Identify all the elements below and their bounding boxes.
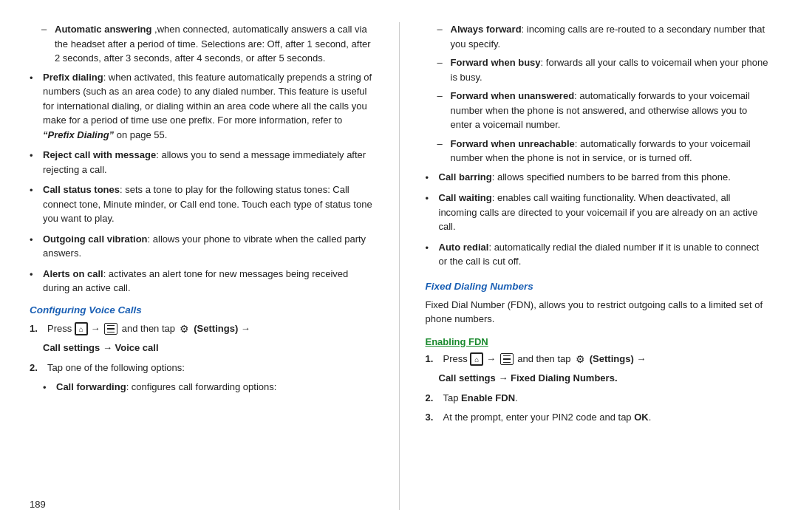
dash-forward-busy: – Forward when busy: forwards all your c… [426, 55, 769, 84]
bullet-call-waiting: • Call waiting: enables call waiting fun… [426, 191, 769, 234]
fdn-step-1-settings-label: (Settings) [590, 353, 634, 364]
left-step-1: 1. Press ⌂ → and then tap ⚙ (Settings) → [30, 321, 373, 336]
step-1-text2: and then tap [122, 323, 178, 334]
forward-busy-text: Forward when busy: forwards all your cal… [451, 55, 769, 84]
dash-sym-fu: – [437, 89, 448, 103]
always-forward-bold: Always forward [451, 24, 522, 35]
auto-redial-bold: Auto redial [439, 242, 489, 253]
call-forwarding-body: : configures call forwarding options: [126, 381, 277, 392]
bullet-dot-2: • [30, 149, 40, 163]
fdn-step-2-bold: Enable FDN [461, 392, 515, 403]
call-waiting-bold: Call waiting [439, 192, 492, 203]
call-status-tones-text: Call status tones: sets a tone to play f… [43, 183, 373, 226]
prefix-dialing-link: “Prefix Dialing” [43, 129, 114, 140]
prefix-dialing-link-suffix: on page 55. [114, 129, 167, 140]
home-icon: ⌂ [75, 322, 88, 335]
fdn-step-1-num: 1. [426, 352, 440, 366]
forward-unreachable-text: Forward when unreachable: automatically … [451, 137, 769, 166]
bullet-dot-cf: • [43, 381, 53, 395]
call-barring-body: : allows specified numbers to be barred … [492, 171, 731, 183]
right-column: – Always forward: incoming calls are re-… [426, 22, 769, 510]
reject-call-bold: Reject call with message [43, 149, 156, 160]
column-divider [399, 22, 400, 510]
outgoing-vibration-bold: Outgoing call vibration [43, 233, 148, 245]
fdn-step-2: 2. Tap Enable FDN. [426, 391, 769, 406]
forward-unanswered-text: Forward when unanswered: automatically f… [451, 89, 769, 132]
bullet-dot-5: • [30, 267, 40, 282]
always-forward-text: Always forward: incoming calls are re-ro… [451, 22, 769, 51]
fdn-step-2-content: Tap Enable FDN. [443, 391, 769, 406]
fdn-step-2-num: 2. [426, 391, 440, 406]
left-step-2: 2. Tap one of the following options: [30, 361, 373, 375]
step-2-content: Tap one of the following options: [47, 361, 373, 375]
bullet-call-status-tones: • Call status tones: sets a tone to play… [30, 183, 373, 226]
auto-answer-bold: Automatic answering [55, 24, 151, 35]
outgoing-vibration-text: Outgoing call vibration: allows your pho… [43, 232, 373, 261]
bullet-dot-ar: • [426, 241, 436, 256]
bullet-prefix-dialing: • Prefix dialing: when activated, this f… [30, 70, 373, 143]
configuring-voice-calls-heading: Configuring Voice Calls [30, 304, 373, 316]
fdn-menu-icon [500, 353, 514, 365]
bullet-reject-call: • Reject call with message: allows you t… [30, 148, 373, 177]
dash-forward-unreachable: – Forward when unreachable: automaticall… [426, 137, 769, 166]
enabling-fdn-heading: Enabling FDN [426, 336, 769, 347]
auto-redial-text: Auto redial: automatically redial the di… [439, 240, 769, 269]
fdn-settings-icon: ⚙ [573, 352, 587, 366]
step-1-num: 1. [30, 321, 44, 336]
step-1-content: Press ⌂ → and then tap ⚙ (Settings) → [47, 321, 373, 336]
dash-auto-answer: – Automatic answering ,when connected, a… [30, 22, 373, 66]
step-1-arrow1: → [90, 323, 103, 334]
call-barring-text: Call barring: allows specified numbers t… [439, 170, 769, 185]
step-1-indent-text: Call settings → Voice call [43, 342, 159, 353]
page: – Automatic answering ,when connected, a… [0, 0, 798, 532]
fdn-step-1-press: Press [443, 353, 468, 364]
fdn-step-1-arrow3: → [636, 353, 646, 364]
auto-answer-text: Automatic answering ,when connected, aut… [55, 22, 373, 66]
fixed-dialing-numbers-heading: Fixed Dialing Numbers [426, 281, 769, 292]
fdn-step-1-content: Press ⌂ → and then tap ⚙ (Settings) → [443, 352, 769, 366]
bullet-auto-redial: • Auto redial: automatically redial the … [426, 240, 769, 269]
dash-forward-unanswered: – Forward when unanswered: automatically… [426, 89, 769, 132]
dash-sym-fur: – [437, 137, 448, 151]
dash-symbol: – [41, 22, 52, 37]
step-2-num: 2. [30, 361, 44, 375]
call-waiting-text: Call waiting: enables call waiting funct… [439, 191, 769, 234]
fdn-step-3-content: At the prompt, enter your PIN2 code and … [443, 410, 769, 425]
settings-icon: ⚙ [178, 322, 191, 335]
fdn-step-1-text2: and then tap [517, 353, 573, 364]
forward-unanswered-bold: Forward when unanswered [451, 90, 575, 101]
bullet-dot-3: • [30, 183, 40, 198]
step-1-indent: Call settings → Voice call [30, 341, 373, 355]
fdn-step-1: 1. Press ⌂ → and then tap ⚙ (Settings) → [426, 352, 769, 366]
fdn-step-3-num: 3. [426, 410, 440, 425]
fdn-home-icon: ⌂ [470, 352, 483, 366]
step-1-arrow3: → [241, 323, 250, 334]
bullet-call-barring: • Call barring: allows specified numbers… [426, 170, 769, 185]
call-status-tones-bold: Call status tones [43, 184, 120, 195]
bullet-outgoing-vibration: • Outgoing call vibration: allows your p… [30, 232, 373, 261]
dash-always-forward: – Always forward: incoming calls are re-… [426, 22, 769, 51]
bullet-dot: • [30, 71, 40, 86]
page-number: 189 [30, 491, 373, 510]
bullet-dot-cb: • [426, 171, 436, 185]
forward-unreachable-bold: Forward when unreachable [451, 138, 575, 149]
bullet-alerts-on-call: • Alerts on call: activates an alert ton… [30, 267, 373, 296]
reject-call-text: Reject call with message: allows you to … [43, 148, 373, 177]
call-forwarding-text: Call forwarding: configures call forward… [56, 380, 373, 395]
menu-icon [104, 323, 117, 335]
dash-sym-af: – [437, 22, 448, 37]
alerts-on-call-bold: Alerts on call [43, 268, 103, 279]
step-1-settings-label: (Settings) [194, 323, 238, 334]
bullet-dot-4: • [30, 233, 40, 248]
call-barring-bold: Call barring [439, 171, 492, 183]
alerts-on-call-text: Alerts on call: activates an alert tone … [43, 267, 373, 296]
fdn-step-1-indent-text: Call settings → Fixed Dialing Numbers. [439, 372, 618, 383]
sub-bullet-call-forwarding: • Call forwarding: configures call forwa… [30, 380, 373, 395]
bullet-dot-cw: • [426, 191, 436, 206]
fdn-intro: Fixed Dial Number (FDN), allows you to r… [426, 298, 769, 327]
fdn-step-3: 3. At the prompt, enter your PIN2 code a… [426, 410, 769, 425]
left-column: – Automatic answering ,when connected, a… [30, 22, 373, 510]
forward-busy-bold: Forward when busy [451, 57, 541, 68]
call-forwarding-bold: Call forwarding [56, 381, 126, 392]
fdn-step-1-arrow1: → [486, 353, 499, 364]
